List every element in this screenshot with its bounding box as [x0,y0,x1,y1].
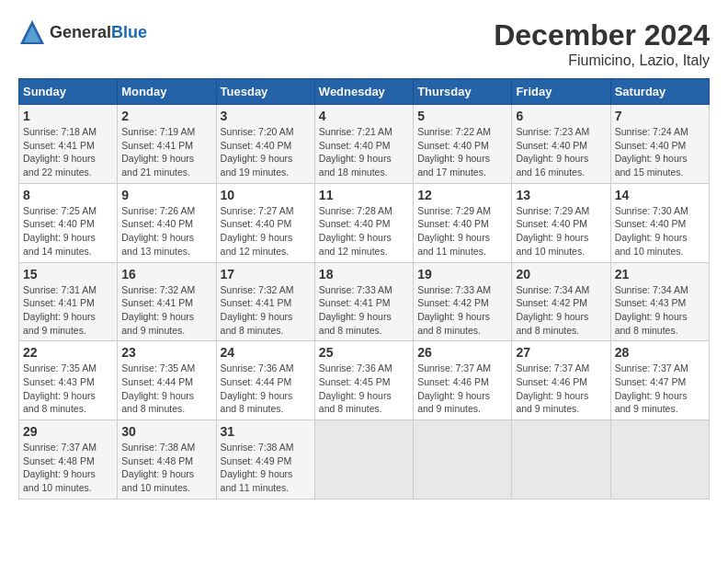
day-info: Sunrise: 7:20 AMSunset: 4:40 PMDaylight:… [221,125,311,179]
day-header-saturday: Saturday [610,79,709,105]
calendar-cell: 29Sunrise: 7:37 AMSunset: 4:48 PMDayligh… [19,420,118,500]
day-info: Sunrise: 7:32 AMSunset: 4:41 PMDaylight:… [121,283,211,338]
day-number: 16 [121,267,211,282]
day-number: 3 [221,109,311,123]
calendar-cell: 27Sunrise: 7:37 AMSunset: 4:46 PMDayligh… [512,341,610,420]
day-info: Sunrise: 7:32 AMSunset: 4:41 PMDaylight:… [221,283,311,338]
calendar-cell [512,420,610,500]
title-block: December 2024 Fiumicino, Lazio, Italy [494,18,710,69]
calendar-cell: 21Sunrise: 7:34 AMSunset: 4:43 PMDayligh… [610,262,709,341]
day-info: Sunrise: 7:29 AMSunset: 4:40 PMDaylight:… [516,204,606,259]
day-info: Sunrise: 7:29 AMSunset: 4:40 PMDaylight:… [417,204,507,259]
day-info: Sunrise: 7:38 AMSunset: 4:49 PMDaylight:… [221,441,311,495]
calendar-cell: 13Sunrise: 7:29 AMSunset: 4:40 PMDayligh… [512,183,610,262]
day-number: 11 [319,188,409,202]
calendar-week-row: 29Sunrise: 7:37 AMSunset: 4:48 PMDayligh… [19,420,710,500]
calendar-cell: 12Sunrise: 7:29 AMSunset: 4:40 PMDayligh… [414,183,512,262]
day-info: Sunrise: 7:34 AMSunset: 4:43 PMDaylight:… [615,283,705,338]
day-info: Sunrise: 7:27 AMSunset: 4:40 PMDaylight:… [221,204,311,259]
calendar-table: SundayMondayTuesdayWednesdayThursdayFrid… [18,78,710,500]
day-header-thursday: Thursday [414,79,512,105]
calendar-cell: 17Sunrise: 7:32 AMSunset: 4:41 PMDayligh… [216,262,314,341]
calendar-cell: 2Sunrise: 7:19 AMSunset: 4:41 PMDaylight… [118,105,216,184]
calendar-cell: 3Sunrise: 7:20 AMSunset: 4:40 PMDaylight… [216,105,314,184]
day-number: 15 [23,267,113,282]
calendar-cell: 11Sunrise: 7:28 AMSunset: 4:40 PMDayligh… [314,183,413,262]
day-info: Sunrise: 7:33 AMSunset: 4:42 PMDaylight:… [417,283,507,338]
day-info: Sunrise: 7:37 AMSunset: 4:46 PMDaylight:… [516,362,606,416]
day-number: 29 [23,424,113,439]
calendar-cell: 23Sunrise: 7:35 AMSunset: 4:44 PMDayligh… [118,341,216,420]
day-number: 9 [121,188,211,202]
day-number: 26 [417,345,507,360]
calendar-cell: 20Sunrise: 7:34 AMSunset: 4:42 PMDayligh… [512,262,610,341]
day-info: Sunrise: 7:31 AMSunset: 4:41 PMDaylight:… [23,283,113,338]
calendar-cell: 15Sunrise: 7:31 AMSunset: 4:41 PMDayligh… [19,262,118,341]
calendar-cell: 26Sunrise: 7:37 AMSunset: 4:46 PMDayligh… [414,341,512,420]
day-info: Sunrise: 7:22 AMSunset: 4:40 PMDaylight:… [417,125,507,179]
calendar-cell: 19Sunrise: 7:33 AMSunset: 4:42 PMDayligh… [414,262,512,341]
calendar-cell: 25Sunrise: 7:36 AMSunset: 4:45 PMDayligh… [314,341,413,420]
day-info: Sunrise: 7:37 AMSunset: 4:47 PMDaylight:… [615,362,705,416]
day-number: 30 [121,424,211,439]
calendar-cell [414,420,512,500]
day-info: Sunrise: 7:36 AMSunset: 4:44 PMDaylight:… [221,362,311,416]
day-number: 24 [221,345,311,360]
calendar-header-row: SundayMondayTuesdayWednesdayThursdayFrid… [19,79,710,105]
day-info: Sunrise: 7:25 AMSunset: 4:40 PMDaylight:… [23,204,113,259]
logo-text-general: General [50,23,111,41]
day-number: 21 [615,267,705,282]
calendar-cell: 5Sunrise: 7:22 AMSunset: 4:40 PMDaylight… [414,105,512,184]
day-info: Sunrise: 7:35 AMSunset: 4:44 PMDaylight:… [121,362,211,416]
calendar-week-row: 1Sunrise: 7:18 AMSunset: 4:41 PMDaylight… [19,105,710,184]
day-number: 22 [23,345,113,360]
day-header-monday: Monday [118,79,216,105]
logo: GeneralBlue [18,18,147,46]
day-number: 5 [417,109,507,123]
day-info: Sunrise: 7:37 AMSunset: 4:46 PMDaylight:… [417,362,507,416]
day-info: Sunrise: 7:33 AMSunset: 4:41 PMDaylight:… [319,283,409,338]
calendar-cell [314,420,413,500]
page-title: December 2024 [494,18,710,52]
day-number: 4 [319,109,409,123]
calendar-cell: 7Sunrise: 7:24 AMSunset: 4:40 PMDaylight… [610,105,709,184]
day-number: 14 [615,188,705,202]
day-number: 25 [319,345,409,360]
day-info: Sunrise: 7:21 AMSunset: 4:40 PMDaylight:… [319,125,409,179]
day-header-wednesday: Wednesday [314,79,413,105]
day-number: 23 [121,345,211,360]
calendar-cell: 16Sunrise: 7:32 AMSunset: 4:41 PMDayligh… [118,262,216,341]
day-info: Sunrise: 7:19 AMSunset: 4:41 PMDaylight:… [121,125,211,179]
day-info: Sunrise: 7:38 AMSunset: 4:48 PMDaylight:… [121,441,211,495]
calendar-week-row: 22Sunrise: 7:35 AMSunset: 4:43 PMDayligh… [19,341,710,420]
page-header: GeneralBlue December 2024 Fiumicino, Laz… [18,18,710,69]
day-number: 2 [121,109,211,123]
page-subtitle: Fiumicino, Lazio, Italy [494,52,710,69]
calendar-cell: 6Sunrise: 7:23 AMSunset: 4:40 PMDaylight… [512,105,610,184]
day-number: 27 [516,345,606,360]
calendar-week-row: 15Sunrise: 7:31 AMSunset: 4:41 PMDayligh… [19,262,710,341]
calendar-cell: 4Sunrise: 7:21 AMSunset: 4:40 PMDaylight… [314,105,413,184]
calendar-cell: 22Sunrise: 7:35 AMSunset: 4:43 PMDayligh… [19,341,118,420]
day-info: Sunrise: 7:18 AMSunset: 4:41 PMDaylight:… [23,125,113,179]
day-number: 17 [221,267,311,282]
day-info: Sunrise: 7:26 AMSunset: 4:40 PMDaylight:… [121,204,211,259]
day-header-tuesday: Tuesday [216,79,314,105]
day-info: Sunrise: 7:34 AMSunset: 4:42 PMDaylight:… [516,283,606,338]
day-number: 6 [516,109,606,123]
day-number: 18 [319,267,409,282]
day-info: Sunrise: 7:37 AMSunset: 4:48 PMDaylight:… [23,441,113,495]
calendar-cell [610,420,709,500]
day-number: 13 [516,188,606,202]
day-info: Sunrise: 7:30 AMSunset: 4:40 PMDaylight:… [615,204,705,259]
day-number: 20 [516,267,606,282]
day-number: 7 [615,109,705,123]
day-info: Sunrise: 7:35 AMSunset: 4:43 PMDaylight:… [23,362,113,416]
logo-icon [18,18,46,46]
calendar-cell: 14Sunrise: 7:30 AMSunset: 4:40 PMDayligh… [610,183,709,262]
day-number: 31 [221,424,311,439]
calendar-cell: 8Sunrise: 7:25 AMSunset: 4:40 PMDaylight… [19,183,118,262]
day-header-sunday: Sunday [19,79,118,105]
day-number: 19 [417,267,507,282]
calendar-cell: 18Sunrise: 7:33 AMSunset: 4:41 PMDayligh… [314,262,413,341]
